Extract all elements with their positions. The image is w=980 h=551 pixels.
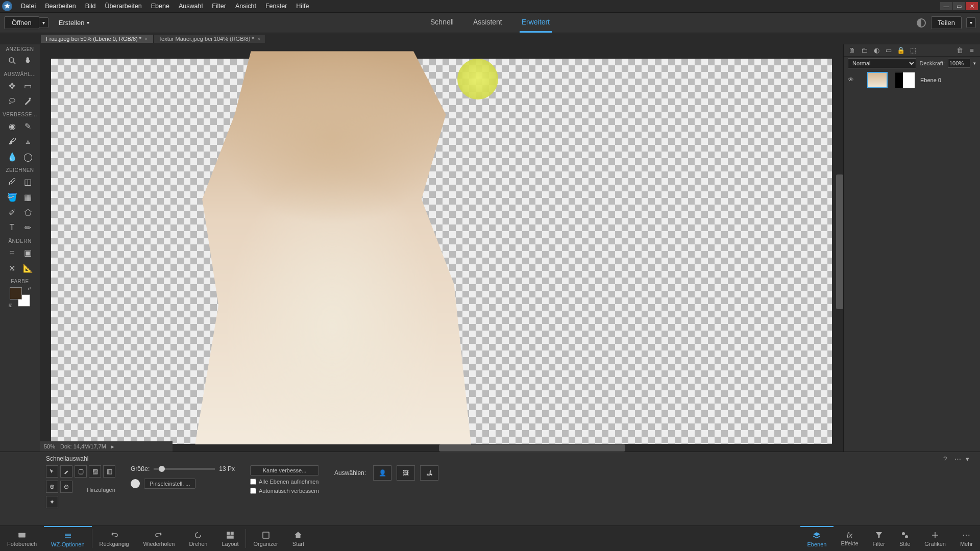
magic-wand-sel-icon[interactable]: ▢ xyxy=(75,465,87,478)
task-filters[interactable]: Filter xyxy=(866,526,892,551)
selection-brush-tool-icon[interactable] xyxy=(60,465,72,478)
doctab-1[interactable]: Frau.jpeg bei 50% (Ebene 0, RGB/8) *× xyxy=(41,35,154,43)
task-photobin[interactable]: Fotobereich xyxy=(0,526,44,551)
doctab-2[interactable]: Textur Mauer.jpeg bei 104% (RGB/8) *× xyxy=(154,35,266,43)
slider-thumb[interactable] xyxy=(159,466,165,472)
select-subject-icon[interactable]: 👤 xyxy=(373,465,391,481)
open-button[interactable]: Öffnen xyxy=(4,16,39,29)
size-slider[interactable] xyxy=(154,468,215,470)
lasso-tool-icon[interactable] xyxy=(7,95,18,107)
menu-bearbeiten[interactable]: Bearbeiten xyxy=(40,0,80,13)
mode-quick[interactable]: Schnell xyxy=(428,13,456,33)
share-dropdown[interactable]: ▾ xyxy=(966,17,976,28)
options-menu-icon[interactable]: ⋯ xyxy=(954,455,963,463)
select-background-icon[interactable]: 🏞 xyxy=(420,465,438,481)
create-label[interactable]: Erstellen xyxy=(59,19,85,27)
menu-filter[interactable]: Filter xyxy=(207,0,231,13)
share-button[interactable]: Teilen xyxy=(931,16,962,29)
menu-ansicht[interactable]: Ansicht xyxy=(231,0,261,13)
vertical-scrollbar[interactable] xyxy=(836,59,843,444)
task-layers[interactable]: Ebenen xyxy=(800,526,834,551)
magic-wand-tool-icon[interactable] xyxy=(22,95,34,107)
all-layers-checkbox[interactable] xyxy=(250,479,256,485)
layer-row[interactable]: 👁 Ebene 0 xyxy=(844,70,980,90)
sponge-tool-icon[interactable]: ◯ xyxy=(22,151,34,162)
task-more[interactable]: ⋯Mehr xyxy=(953,526,980,551)
color-swatch[interactable]: ⇄ ◱ xyxy=(10,287,30,307)
maximize-button[interactable]: ▭ xyxy=(953,2,965,10)
create-dropdown[interactable]: ▾ xyxy=(84,18,92,28)
new-group-icon[interactable]: 🗀 xyxy=(860,46,868,55)
subtract-sel-icon[interactable]: ⊖ xyxy=(60,481,72,493)
lock-icon[interactable]: 🔒 xyxy=(897,46,905,55)
brush-settings-button[interactable]: Pinseleinstell. ... xyxy=(144,479,195,489)
layer-mask-thumbnail[interactable] xyxy=(895,72,915,88)
panel-menu-icon[interactable]: ≡ xyxy=(968,46,976,55)
menu-fenster[interactable]: Fenster xyxy=(261,0,291,13)
layer-visibility-icon[interactable]: 👁 xyxy=(848,76,856,84)
delete-layer-icon[interactable]: 🗑 xyxy=(955,46,964,55)
spot-heal-tool-icon[interactable]: ✎ xyxy=(22,120,34,132)
hand-tool-icon[interactable] xyxy=(22,55,34,66)
redeye-tool-icon[interactable]: ◉ xyxy=(7,120,18,132)
content-move-tool-icon[interactable]: ⤨ xyxy=(7,262,18,273)
new-layer-icon[interactable]: 🗎 xyxy=(848,46,856,55)
task-styles[interactable]: Stile xyxy=(892,526,917,551)
foreground-color[interactable] xyxy=(10,287,22,299)
task-undo[interactable]: Rückgängig xyxy=(92,526,136,551)
blend-mode-select[interactable]: Normal xyxy=(848,58,916,68)
task-effects[interactable]: fxEffekte xyxy=(834,526,865,551)
shape-tool-icon[interactable]: ⬠ xyxy=(22,207,34,218)
task-home[interactable]: Start xyxy=(285,526,311,551)
mode-guided[interactable]: Assistent xyxy=(471,13,504,33)
select-sky-icon[interactable]: 🖼 xyxy=(397,465,415,481)
gradient-tool-icon[interactable]: ▦ xyxy=(22,191,34,203)
zoom-tool-icon[interactable] xyxy=(7,55,18,66)
doctab-2-close[interactable]: × xyxy=(257,36,260,42)
opacity-dropdown-icon[interactable]: ▾ xyxy=(973,61,976,66)
extra-mode-icon[interactable]: ✦ xyxy=(46,496,58,508)
task-organizer[interactable]: Organizer xyxy=(246,526,285,551)
open-dropdown[interactable]: ▾ xyxy=(39,17,48,28)
move-tool-icon[interactable]: ✥ xyxy=(7,80,18,91)
task-graphics[interactable]: Grafiken xyxy=(917,526,953,551)
clone-tool-icon[interactable]: ⟁ xyxy=(22,136,34,147)
brush-tool-icon[interactable]: 🖊 xyxy=(7,176,18,187)
h-scroll-thumb[interactable] xyxy=(439,444,625,452)
auto-enhance-checkbox[interactable] xyxy=(250,488,256,494)
minimize-button[interactable]: — xyxy=(940,2,952,10)
opacity-input[interactable] xyxy=(948,59,970,68)
refine-sel-icon[interactable]: ▨ xyxy=(89,465,101,478)
layer-name[interactable]: Ebene 0 xyxy=(920,77,941,83)
menu-ebene[interactable]: Ebene xyxy=(146,0,174,13)
auto-sel-icon[interactable]: ▥ xyxy=(103,465,115,478)
straighten-tool-icon[interactable]: 📐 xyxy=(22,262,34,273)
menu-hilfe[interactable]: Hilfe xyxy=(291,0,313,13)
v-scroll-thumb[interactable] xyxy=(836,174,843,309)
theme-toggle-icon[interactable] xyxy=(917,18,926,28)
mask-icon[interactable]: ▭ xyxy=(885,46,893,55)
marquee-tool-icon[interactable]: ▭ xyxy=(22,80,34,91)
default-colors-icon[interactable]: ◱ xyxy=(9,303,13,308)
help-icon[interactable]: ? xyxy=(943,455,951,463)
doctab-1-close[interactable]: × xyxy=(144,36,148,42)
task-rotate[interactable]: Drehen xyxy=(182,526,214,551)
zoom-value[interactable]: 50% xyxy=(44,443,55,449)
task-redo[interactable]: Wiederholen xyxy=(136,526,182,551)
layer-thumbnail[interactable] xyxy=(867,72,888,88)
horizontal-scrollbar[interactable] xyxy=(173,444,838,452)
mode-expert[interactable]: Erweitert xyxy=(520,13,552,33)
status-dropdown-icon[interactable]: ▸ xyxy=(111,443,114,450)
fill-tool-icon[interactable]: 🪣 xyxy=(7,191,18,203)
adjustment-layer-icon[interactable]: ◐ xyxy=(872,46,880,55)
task-tool-options[interactable]: WZ-Optionen xyxy=(44,526,91,551)
add-sel-icon[interactable]: ⊕ xyxy=(46,481,58,493)
close-button[interactable]: ✕ xyxy=(966,2,978,10)
recompose-tool-icon[interactable]: ▣ xyxy=(22,247,34,258)
menu-datei[interactable]: Datei xyxy=(16,0,40,13)
refine-edge-button[interactable]: Kante verbesse... xyxy=(250,465,319,475)
crop-tool-icon[interactable]: ⌗ xyxy=(7,247,18,258)
pencil-tool-icon[interactable]: ✏ xyxy=(22,222,34,233)
menu-auswahl[interactable]: Auswahl xyxy=(174,0,207,13)
eraser-tool-icon[interactable]: ◫ xyxy=(22,176,34,187)
